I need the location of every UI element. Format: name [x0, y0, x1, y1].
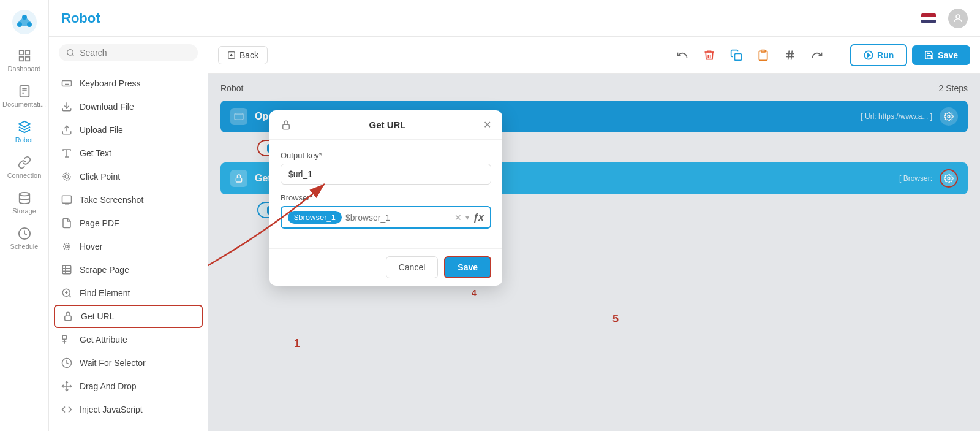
pdf-icon	[61, 218, 72, 229]
sidebar-item-upload-file[interactable]: Upload File	[49, 118, 208, 142]
sidebar: Keyboard Press Download File Upload File…	[49, 37, 208, 431]
screenshot-icon	[61, 194, 72, 205]
nav-item-schedule[interactable]: Schedule	[4, 222, 45, 255]
sidebar-label-get-attribute: Get Attribute	[80, 335, 127, 345]
browser-fx-button[interactable]: ƒx	[473, 212, 484, 223]
find-element-icon	[61, 288, 72, 299]
modal-lock-icon	[281, 120, 292, 131]
modal-overlay: Get URL ✕ Output key* Browser* $browser_…	[208, 74, 980, 431]
sidebar-label-wait-for-selector: Wait For Selector	[80, 358, 146, 368]
modal-cancel-button[interactable]: Cancel	[386, 256, 439, 278]
back-icon	[227, 51, 236, 59]
modal-close-button[interactable]: ✕	[483, 119, 491, 131]
paste-button[interactable]	[752, 44, 774, 66]
app-logo	[10, 7, 39, 37]
svg-point-27	[65, 175, 69, 178]
svg-marker-60	[868, 53, 870, 56]
sidebar-label-download-file: Download File	[80, 102, 134, 112]
svg-point-1	[22, 15, 27, 20]
hashtag-button[interactable]	[779, 44, 801, 66]
nav-item-documentation[interactable]: Documentati...	[4, 80, 45, 113]
svg-rect-5	[25, 51, 29, 55]
svg-rect-53	[735, 53, 742, 60]
svg-point-2	[17, 22, 22, 27]
nav-item-dashboard[interactable]: Dashboard	[4, 44, 45, 77]
attribute-icon	[61, 334, 72, 345]
run-label: Run	[877, 50, 894, 60]
search-box[interactable]	[59, 44, 198, 61]
output-key-input[interactable]	[281, 164, 491, 185]
main-area: Robot Keyboard Press	[49, 0, 980, 431]
sidebar-item-keyboard-press[interactable]: Keyboard Press	[49, 72, 208, 95]
browser-field-input[interactable]	[345, 213, 451, 223]
browser-clear-button[interactable]: ✕	[454, 213, 462, 223]
svg-rect-43	[62, 335, 66, 339]
svg-rect-17	[62, 81, 72, 86]
svg-rect-54	[761, 50, 766, 51]
sidebar-label-get-text: Get Text	[80, 148, 111, 158]
redo-button[interactable]	[806, 44, 828, 66]
sidebar-item-take-screenshot[interactable]: Take Screenshot	[49, 188, 208, 212]
svg-rect-34	[62, 265, 71, 274]
sidebar-label-find-element: Find Element	[80, 288, 130, 298]
sidebar-label-inject-javascript: Inject JavaScript	[80, 405, 143, 414]
sidebar-label-upload-file: Upload File	[80, 125, 123, 135]
save-button[interactable]: Save	[912, 45, 970, 65]
svg-line-39	[69, 295, 70, 297]
svg-point-33	[64, 243, 70, 250]
browser-field[interactable]: $browser_1 ✕ ▾ ƒx	[281, 206, 491, 229]
sidebar-item-find-element[interactable]: Find Element	[49, 281, 208, 305]
sidebar-item-scrape-page[interactable]: Scrape Page	[49, 258, 208, 281]
svg-point-3	[27, 22, 32, 27]
nav-item-connection[interactable]: Connection	[4, 151, 45, 184]
sidebar-label-keyboard-press: Keyboard Press	[80, 78, 141, 88]
svg-point-32	[66, 245, 69, 248]
flag-icon	[921, 13, 936, 23]
modal-header: Get URL ✕	[270, 110, 502, 140]
svg-line-58	[791, 50, 793, 59]
user-avatar[interactable]	[948, 9, 968, 28]
sidebar-item-wait-for-selector[interactable]: Wait For Selector	[49, 351, 208, 375]
sidebar-item-page-pdf[interactable]: Page PDF	[49, 212, 208, 235]
nav-item-robot[interactable]: Robot	[4, 115, 45, 148]
sidebar-items-list: Keyboard Press Download File Upload File…	[49, 69, 208, 431]
copy-button[interactable]	[725, 44, 747, 66]
sidebar-label-take-screenshot: Take Screenshot	[80, 195, 143, 205]
sidebar-item-hover[interactable]: Hover	[49, 235, 208, 258]
sidebar-item-get-text[interactable]: Get Text	[49, 142, 208, 165]
browser-token-chip: $browser_1	[288, 211, 342, 224]
sidebar-item-inject-javascript[interactable]: Inject JavaScript	[49, 398, 208, 421]
text-icon	[61, 148, 72, 159]
sidebar-item-click-point[interactable]: Click Point	[49, 165, 208, 188]
app-title: Robot	[61, 10, 914, 26]
wait-icon	[61, 357, 72, 368]
svg-rect-4	[19, 51, 23, 55]
delete-button[interactable]	[698, 44, 720, 66]
modal-body: Output key* Browser* $browser_1 ✕ ▾ ƒx	[270, 140, 502, 248]
content-area: Keyboard Press Download File Upload File…	[49, 37, 980, 431]
lock-icon	[62, 311, 74, 322]
sidebar-item-download-file[interactable]: Download File	[49, 95, 208, 118]
sidebar-item-get-url[interactable]: Get URL	[54, 305, 203, 328]
robot-canvas: Robot 2 Steps Open Browser [ Url: https:…	[208, 74, 980, 431]
sidebar-item-drag-and-drop[interactable]: Drag And Drop	[49, 375, 208, 398]
undo-button[interactable]	[671, 44, 693, 66]
sidebar-label-hover: Hover	[80, 242, 102, 251]
drag-icon	[61, 381, 72, 392]
svg-rect-42	[65, 316, 72, 321]
back-button[interactable]: Back	[218, 46, 268, 64]
run-button[interactable]: Run	[850, 44, 907, 66]
sidebar-item-get-attribute[interactable]: Get Attribute	[49, 328, 208, 351]
save-label: Save	[938, 50, 958, 60]
svg-point-12	[19, 193, 29, 196]
browser-chevron-icon[interactable]: ▾	[466, 213, 469, 222]
nav-label-documentation: Documentati...	[2, 101, 46, 108]
modal-save-button[interactable]: Save	[444, 256, 491, 278]
get-url-modal: Get URL ✕ Output key* Browser* $browser_…	[270, 110, 502, 286]
nav-item-storage[interactable]: Storage	[4, 186, 45, 219]
search-input[interactable]	[80, 48, 190, 58]
sidebar-search-container	[49, 37, 208, 69]
back-label: Back	[239, 50, 258, 60]
hover-icon	[61, 241, 72, 252]
svg-line-16	[72, 55, 74, 56]
